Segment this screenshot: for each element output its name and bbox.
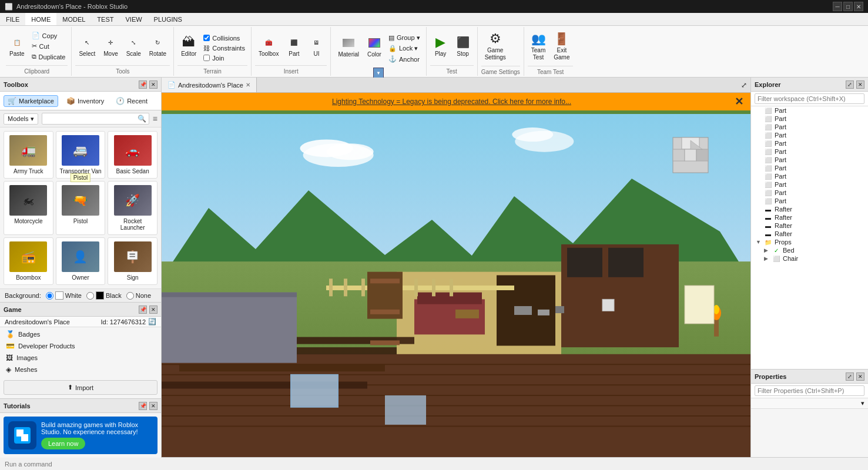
cut-button[interactable]: ✂ Cut xyxy=(29,41,68,51)
menu-model[interactable]: MODEL xyxy=(56,13,91,25)
explorer-item-props-folder[interactable]: ▼ 📁 Props xyxy=(751,238,868,246)
menu-home[interactable]: HOME xyxy=(25,13,56,25)
explorer-item-rafter1[interactable]: ▬ Rafter xyxy=(751,205,868,213)
stop-button[interactable]: ⬛ Stop xyxy=(453,33,474,59)
material-button[interactable]: Material xyxy=(334,33,363,60)
explorer-item-chair[interactable]: ▶ ⬜ Chair xyxy=(751,254,868,263)
properties-dropdown[interactable]: ▾ xyxy=(751,398,868,409)
models-dropdown[interactable]: Models ▾ xyxy=(4,113,38,125)
explorer-item-part2[interactable]: ⬜ Part xyxy=(751,115,868,123)
viewport[interactable]: Lighting Technology = Legacy is being de… xyxy=(162,93,750,457)
explorer-item-part4[interactable]: ⬜ Part xyxy=(751,131,868,139)
anchor-button[interactable]: ⚓ Anchor xyxy=(386,54,423,64)
bg-black-option[interactable]: Black xyxy=(86,291,122,300)
color-expand-button[interactable]: ▼ xyxy=(373,68,384,78)
explorer-item-part6[interactable]: ⬜ Part xyxy=(751,147,868,156)
menu-file[interactable]: FILE xyxy=(0,13,25,25)
explorer-filter-input[interactable] xyxy=(755,93,864,104)
game-item-meshes[interactable]: ◈ Meshes xyxy=(5,364,156,375)
notification-banner[interactable]: Lighting Technology = Legacy is being de… xyxy=(162,93,750,110)
explorer-item-part3[interactable]: ⬜ Part xyxy=(751,123,868,131)
collisions-button[interactable]: Collisions xyxy=(201,33,247,43)
explorer-item-part11[interactable]: ⬜ Part xyxy=(751,189,868,197)
lock-button[interactable]: 🔒 Lock ▾ xyxy=(386,43,423,53)
explorer-item-part5[interactable]: ⬜ Part xyxy=(751,139,868,147)
toolbox-item-army-truck[interactable]: 🚛 Army Truck xyxy=(4,131,53,179)
ui-button[interactable]: 🖥 UI xyxy=(306,33,327,59)
explorer-item-part9[interactable]: ⬜ Part xyxy=(751,172,868,180)
filter-button[interactable]: ≡ xyxy=(153,114,157,123)
tutorials-pin-button[interactable]: 📌 xyxy=(139,402,147,410)
notification-close-button[interactable]: ✕ xyxy=(735,96,743,107)
toolbox-item-basic-sedan[interactable]: 🚗 Basic Sedan xyxy=(108,131,157,179)
toolbox-item-boombox[interactable]: 📻 Boombox xyxy=(4,237,53,285)
exit-game-button[interactable]: 🚪 ExitGame xyxy=(550,29,573,63)
command-input[interactable] xyxy=(5,461,863,468)
tab-place-close[interactable]: ✕ xyxy=(246,82,250,88)
bg-white-radio[interactable] xyxy=(46,292,53,300)
game-item-developer-products[interactable]: 💳 Developer Products xyxy=(5,340,156,352)
game-item-images[interactable]: 🖼 Images xyxy=(5,352,156,364)
import-button[interactable]: ⬆ Import xyxy=(4,380,157,395)
select-button[interactable]: ↖ Select xyxy=(75,33,99,59)
bg-black-radio[interactable] xyxy=(86,292,94,300)
menu-test[interactable]: TEST xyxy=(91,13,119,25)
join-checkbox[interactable] xyxy=(203,55,210,61)
color-button[interactable]: Color xyxy=(364,33,385,60)
copy-button[interactable]: 📄 Copy xyxy=(29,31,68,41)
menu-view[interactable]: VIEW xyxy=(119,13,148,25)
minimize-button[interactable]: ─ xyxy=(833,2,842,11)
game-pin-button[interactable]: 📌 xyxy=(139,306,147,314)
play-button[interactable]: ▶ Play xyxy=(430,33,451,59)
close-button[interactable]: ✕ xyxy=(854,2,863,11)
join-button[interactable]: Join xyxy=(201,53,247,63)
explorer-item-bed[interactable]: ▶ ✓ Bed xyxy=(751,246,868,254)
move-button[interactable]: ✛ Move xyxy=(100,33,121,59)
properties-expand-button[interactable]: ⤢ xyxy=(846,372,854,381)
explorer-item-rafter2[interactable]: ▬ Rafter xyxy=(751,213,868,221)
explorer-item-rafter4[interactable]: ▬ Rafter xyxy=(751,230,868,238)
scale-button[interactable]: ⤡ Scale xyxy=(123,33,145,59)
explorer-item-part7[interactable]: ⬜ Part xyxy=(751,156,868,164)
game-item-badges[interactable]: 🏅 Badges xyxy=(5,328,156,340)
toolbox-item-motorcycle[interactable]: 🏍 Motorcycle xyxy=(4,181,53,235)
window-controls[interactable]: ─ □ ✕ xyxy=(833,2,863,11)
game-settings-button[interactable]: ⚙ GameSettings xyxy=(481,29,510,63)
team-test-button[interactable]: 👥 TeamTest xyxy=(528,29,549,63)
game-close-button[interactable]: ✕ xyxy=(149,306,157,314)
rotate-button[interactable]: ↻ Rotate xyxy=(146,33,170,59)
explorer-expand-button[interactable]: ⤢ xyxy=(846,80,854,89)
bg-white-option[interactable]: White xyxy=(46,291,82,300)
explorer-close-button[interactable]: ✕ xyxy=(856,80,864,89)
toolbox-item-pistol[interactable]: Pistol 🔫 Pistol xyxy=(56,181,106,235)
tutorials-close-button[interactable]: ✕ xyxy=(149,402,157,410)
toolbox-item-transporter-van[interactable]: 🚐 Transporter Van xyxy=(56,131,106,179)
viewport-tab-place[interactable]: 📄 Andresitodown's Place ✕ xyxy=(162,78,257,92)
group-button[interactable]: ▤ Group ▾ xyxy=(386,33,423,43)
explorer-item-part1[interactable]: ⬜ Part xyxy=(751,106,868,115)
tab-recent[interactable]: 🕐 Recent xyxy=(112,96,151,106)
tab-inventory[interactable]: 📦 Inventory xyxy=(63,96,108,106)
properties-filter-input[interactable] xyxy=(755,385,864,396)
search-icon[interactable]: 🔍 xyxy=(138,115,146,123)
explorer-item-part8[interactable]: ⬜ Part xyxy=(751,164,868,172)
explorer-item-part12[interactable]: ⬜ Part xyxy=(751,197,868,205)
editor-button[interactable]: 🏔 Editor xyxy=(177,33,200,59)
duplicate-button[interactable]: ⧉ Duplicate xyxy=(29,52,68,62)
toolbox-item-sign[interactable]: 🪧 Sign xyxy=(108,237,157,285)
toolbox-item-rocket-launcher[interactable]: 🚀 Rocket Launcher xyxy=(108,181,157,235)
game-refresh-icon[interactable]: 🔄 xyxy=(148,318,156,325)
toolbox-close-button[interactable]: ✕ xyxy=(149,80,157,89)
toolbox-button[interactable]: 🧰 Toolbox xyxy=(255,33,282,59)
bg-none-radio[interactable] xyxy=(126,292,134,300)
search-input[interactable] xyxy=(45,115,137,122)
constraints-button[interactable]: ⛓ Constraints xyxy=(201,43,247,53)
viewport-expand-button[interactable]: ⤢ xyxy=(738,81,750,89)
explorer-item-part10[interactable]: ⬜ Part xyxy=(751,180,868,189)
toolbox-pin-button[interactable]: 📌 xyxy=(139,80,147,89)
part-button[interactable]: ⬛ Part xyxy=(283,33,304,59)
maximize-button[interactable]: □ xyxy=(843,2,853,11)
properties-close-button[interactable]: ✕ xyxy=(856,372,864,381)
collisions-checkbox[interactable] xyxy=(203,35,210,41)
learn-now-button[interactable]: Learn now xyxy=(41,438,85,449)
